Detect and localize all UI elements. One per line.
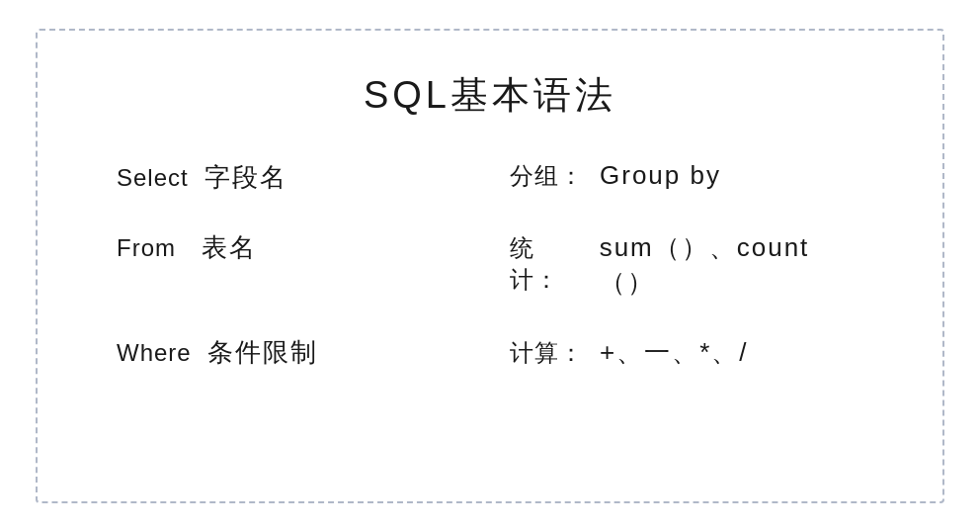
from-keyword: From: [117, 234, 186, 262]
where-description: 条件限制: [207, 335, 318, 370]
aggregate-description: sum（）、count（）: [600, 230, 863, 300]
aggregate-keyword: 统计：: [510, 232, 584, 296]
from-item: From 表名: [117, 230, 470, 300]
calc-description: +、一、*、/: [600, 335, 749, 370]
group-by-keyword: 分组：: [510, 160, 584, 192]
select-keyword: Select: [117, 164, 189, 192]
content-grid: Select 字段名 分组： Group by From 表名 统计： sum（…: [97, 160, 883, 370]
from-description: 表名: [202, 230, 257, 265]
aggregate-item: 统计： sum（）、count（）: [510, 230, 863, 300]
where-item: Where 条件限制: [117, 335, 470, 370]
select-description: 字段名: [204, 160, 287, 195]
select-item: Select 字段名: [117, 160, 470, 195]
calc-item: 计算： +、一、*、/: [510, 335, 863, 370]
slide-title: SQL基本语法: [364, 70, 616, 121]
where-keyword: Where: [117, 339, 192, 367]
group-by-description: Group by: [600, 160, 721, 191]
group-by-item: 分组： Group by: [510, 160, 863, 195]
slide-container: SQL基本语法 Select 字段名 分组： Group by From 表名 …: [36, 29, 944, 503]
calc-keyword: 计算：: [510, 337, 584, 369]
